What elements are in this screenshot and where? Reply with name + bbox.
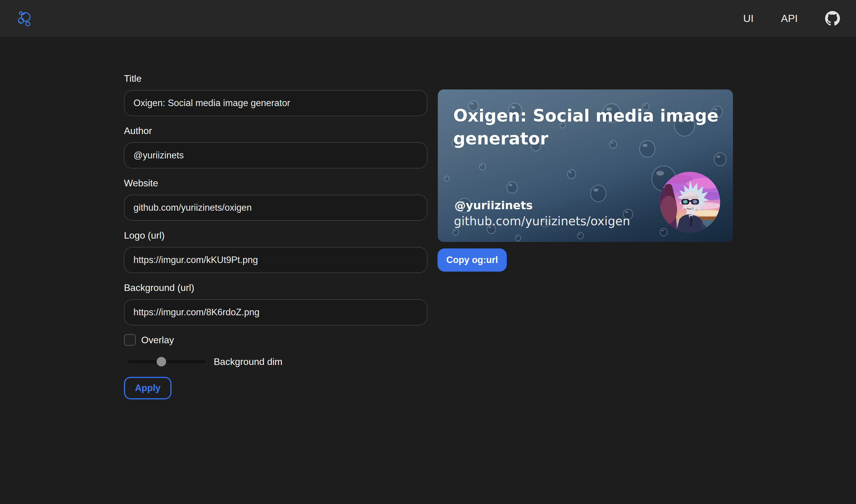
title-input[interactable] xyxy=(124,90,427,116)
website-label: Website xyxy=(124,177,427,189)
background-url-label: Background (url) xyxy=(124,282,427,293)
background-dim-row: Background dim xyxy=(124,357,427,367)
logo-url-label: Logo (url) xyxy=(124,230,427,241)
bubbles-icon xyxy=(17,10,33,27)
github-link[interactable] xyxy=(825,11,840,26)
overlay-label: Overlay xyxy=(141,335,174,346)
nav-link-api[interactable]: API xyxy=(781,13,798,24)
og-image-preview: Oxigen: Social media image generator @yu… xyxy=(438,89,733,242)
dim-slider[interactable] xyxy=(124,357,210,367)
author-input[interactable] xyxy=(124,142,427,168)
overlay-checkbox[interactable] xyxy=(124,334,136,346)
dim-slider-track[interactable] xyxy=(128,360,206,363)
github-icon xyxy=(825,11,840,26)
logo-url-input[interactable] xyxy=(124,247,427,273)
background-url-input[interactable] xyxy=(124,299,427,325)
author-label: Author xyxy=(124,125,427,137)
preview-title: Oxigen: Social media image generator xyxy=(453,104,727,150)
background-dim-label: Background dim xyxy=(214,356,282,367)
website-input[interactable] xyxy=(124,195,427,221)
copy-og-url-button[interactable]: Copy og:url xyxy=(438,249,507,272)
dim-slider-thumb[interactable] xyxy=(157,357,166,366)
preview-website: github.com/yuriizinets/oxigen xyxy=(454,214,630,228)
preview-author: @yuriizinets xyxy=(454,199,533,212)
navbar: UI API xyxy=(0,0,856,37)
avatar xyxy=(660,172,720,232)
nav-link-ui[interactable]: UI xyxy=(743,13,754,24)
navbar-links: UI API xyxy=(743,11,840,26)
app-screen: UI API Title Author Website Logo (url) B… xyxy=(0,0,856,504)
apply-button[interactable]: Apply xyxy=(124,377,172,399)
generator-form: Title Author Website Logo (url) Backgrou… xyxy=(124,73,427,399)
title-label: Title xyxy=(124,73,427,84)
rick-avatar-icon xyxy=(660,172,720,232)
brand-link[interactable] xyxy=(17,10,33,27)
overlay-row: Overlay xyxy=(124,334,427,346)
